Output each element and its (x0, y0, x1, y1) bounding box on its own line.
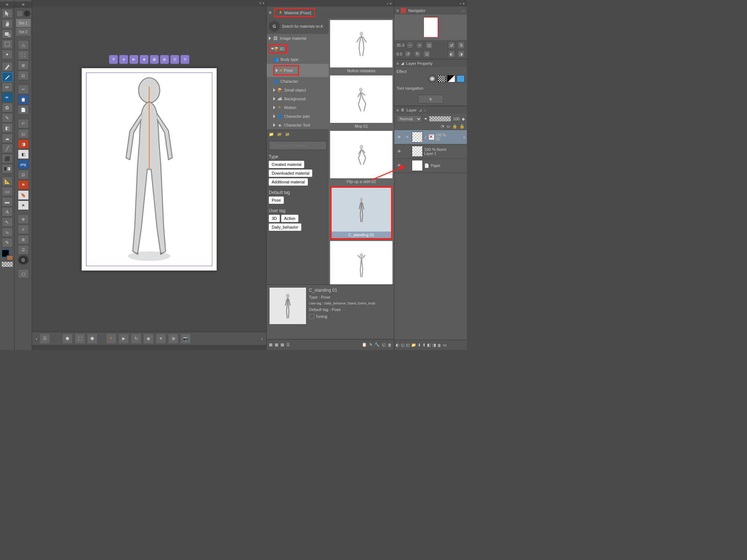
zoom-in-button[interactable]: + (416, 42, 423, 49)
tree-character[interactable]: 👤Character (267, 77, 329, 86)
mask-create-icon[interactable]: ◧ (427, 343, 431, 347)
effect-border[interactable] (428, 75, 436, 82)
menu-icon[interactable]: ≡ (269, 10, 272, 15)
pill-pose[interactable]: Pose (269, 197, 284, 204)
subtool-scissors[interactable]: ✂ (18, 85, 29, 94)
tabs-icon[interactable]: ▭ (461, 8, 465, 13)
tree-character-text[interactable]: ◈Character Text (267, 121, 329, 129)
assets-logo[interactable]: G (269, 21, 280, 32)
paste-icon[interactable]: 📋 (362, 342, 367, 347)
tool-nav-button[interactable]: 🖱 (418, 95, 444, 104)
grid-small-icon[interactable]: ▦ (275, 342, 278, 347)
rotate-right-button[interactable]: ◑ (457, 50, 465, 58)
subtool-transform[interactable]: ⛶ (18, 50, 29, 60)
tree-character-part[interactable]: 👤Character part (267, 112, 329, 121)
thumb-c-standing-highlighted[interactable]: C_standing 01 (330, 186, 392, 240)
calligraphy-tool[interactable]: ✎ (2, 113, 13, 122)
visibility-icon[interactable]: 👁 (396, 162, 402, 169)
rotate-cw-button[interactable]: ↻ (414, 50, 421, 58)
panel-icon-2[interactable] (24, 10, 30, 17)
gradient-tool[interactable] (2, 164, 13, 174)
subtool-layers1[interactable]: ≡ (18, 225, 29, 234)
toning-checkbox[interactable] (309, 314, 314, 319)
navigator-preview[interactable] (394, 15, 467, 40)
flip-v-button[interactable]: ⇅ (457, 42, 465, 49)
balloon-tool[interactable]: ▬ (2, 197, 13, 206)
rotate-left-button[interactable]: ◐ (448, 50, 455, 58)
thumb-lay-down[interactable]: Lay down (330, 241, 392, 284)
tree-3d-highlighted[interactable]: 📦3D (267, 43, 329, 55)
merge-icon[interactable]: ⬆ (422, 343, 426, 347)
drop-icon[interactable]: ⬣ (88, 334, 97, 343)
subtool-bookmark[interactable]: 🔖 (18, 190, 29, 200)
subtool-png[interactable]: png (18, 160, 29, 169)
tree-body-type[interactable]: 👥Body type (267, 55, 329, 64)
fit-button[interactable]: ⊡ (425, 42, 433, 49)
chevron-right-icon[interactable]: › (387, 1, 388, 5)
pill-created[interactable]: Created material (269, 161, 304, 168)
frame-tool[interactable]: ▭ (2, 187, 13, 196)
chevrons-right-icon[interactable]: » (462, 1, 465, 5)
subtool-circle[interactable]: G (18, 255, 29, 265)
new-icon[interactable]: ◱ (382, 342, 386, 347)
chevron-right-icon[interactable]: › (263, 0, 264, 7)
subtool-copy[interactable]: 📋 (18, 95, 29, 104)
brush-tool[interactable]: ✏ (2, 82, 13, 92)
half-icon[interactable]: ◐ (396, 343, 399, 347)
rotate-object-icon[interactable]: ◉ (160, 55, 169, 64)
ground-icon[interactable]: ⬢ (63, 334, 72, 343)
edit-icon[interactable]: ✎ (369, 342, 372, 347)
background-color[interactable] (7, 255, 13, 260)
tree-background[interactable]: 🏙Background (267, 94, 329, 103)
pan-icon[interactable]: ▶ (129, 55, 138, 64)
subtool-layers2[interactable]: ≣ (18, 235, 29, 244)
chevron-left-icon[interactable]: ‹ (259, 0, 261, 7)
camera-icon[interactable]: 📷 (181, 334, 190, 343)
thumb-flip-skirt[interactable]: Flip up a skirt 02 (330, 131, 392, 185)
transfer-icon[interactable]: ⬇ (418, 343, 421, 347)
rotate-camera-icon[interactable]: ◈ (119, 55, 128, 64)
list-view-icon[interactable]: ▦ (269, 342, 272, 347)
opacity-slider[interactable] (429, 116, 451, 121)
ruler-tool[interactable]: 📐 (2, 176, 13, 186)
grid-large-icon[interactable]: ▦ (280, 342, 284, 347)
chevron-right-icon[interactable]: › (460, 1, 461, 5)
folder-icon[interactable]: 📁 (269, 132, 274, 137)
pill-daily[interactable]: Daily_behavior (269, 223, 301, 231)
zoom-icon[interactable]: ◆ (140, 55, 148, 64)
tree-small-object[interactable]: 📦Small object (267, 86, 329, 94)
menu-icon[interactable]: ≡ (396, 108, 399, 112)
zoom-out-button[interactable]: − (406, 42, 414, 49)
pill-downloaded[interactable]: Downloaded material (269, 170, 312, 177)
effect-color[interactable] (457, 75, 465, 82)
softeraser-tool[interactable]: ⬛ (2, 154, 13, 163)
line-tool[interactable]: ╱ (2, 144, 13, 153)
pill-action[interactable]: Action (281, 215, 298, 222)
menu-icon[interactable]: ≡ (396, 61, 399, 66)
decoration-tool[interactable]: ✿ (2, 103, 13, 112)
keyword-search-input[interactable] (269, 141, 326, 150)
subtool-collapse[interactable]: » (15, 1, 32, 8)
layer-1[interactable]: 👁 100 % Norm Layer 1 (394, 144, 467, 159)
subtool-undo[interactable]: ↶ (18, 119, 29, 128)
pose-person-icon[interactable]: 🚶 (107, 334, 116, 343)
reset-rotation-button[interactable]: ⊡ (423, 50, 430, 58)
cube-icon[interactable]: ◉ (144, 334, 153, 343)
clip-icon[interactable]: ◔ (441, 124, 444, 129)
layer-3d[interactable]: 👁 ✎ ◆ ✓ ✕ 100 % 3D ≡ (394, 130, 467, 144)
subtool-layers3[interactable]: ☰ (18, 245, 29, 254)
tree-motion[interactable]: 🏃Motion (267, 103, 329, 112)
blend-mode-select[interactable]: Normal (396, 115, 422, 122)
frame-icon[interactable]: ⛶ (75, 334, 85, 343)
transparent-color[interactable] (2, 262, 13, 267)
scale-icon[interactable]: ⊞ (169, 334, 178, 343)
move-camera-icon[interactable]: ✥ (109, 55, 118, 64)
visibility-icon[interactable]: 👁 (396, 134, 402, 140)
panel-icon-1[interactable] (16, 10, 23, 17)
subtool-clear[interactable]: ◨ (18, 139, 29, 149)
layer-tab-icon2[interactable]: ≡ (424, 108, 426, 112)
subtool-flag[interactable]: ⚑ (18, 180, 29, 190)
tree-image-material[interactable]: 🖼 Image material (267, 34, 329, 43)
new-raster-icon[interactable]: ◱ (401, 343, 405, 347)
3d-object-frame[interactable] (86, 73, 212, 266)
